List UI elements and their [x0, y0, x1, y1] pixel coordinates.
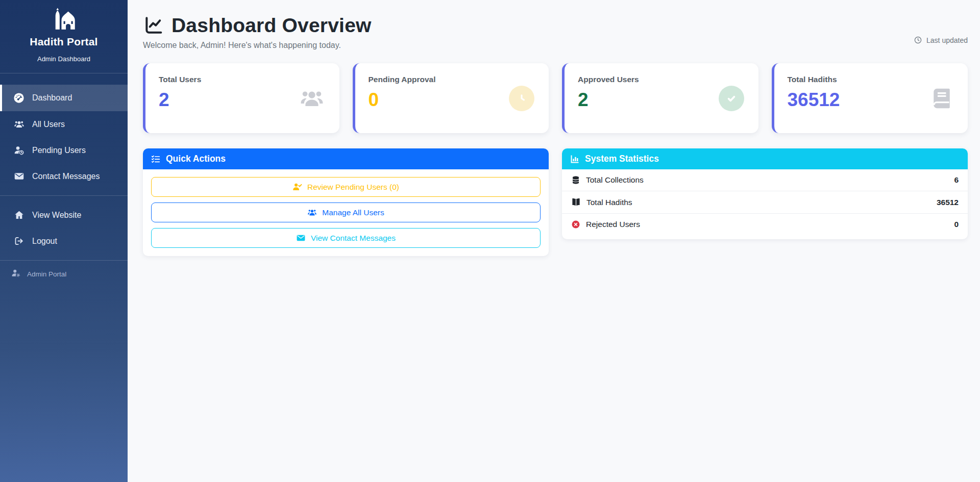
- system-statistics-list: Total Collections 6 Total Hadiths 36512: [562, 169, 968, 235]
- check-circle-icon: [719, 86, 744, 111]
- sidebar-item-label: Contact Messages: [32, 172, 100, 181]
- database-icon: [571, 175, 580, 185]
- users-icon: [299, 86, 325, 111]
- list-check-icon: [151, 154, 161, 164]
- clock-icon: [509, 86, 534, 111]
- quick-actions-panel: Quick Actions Review Pending Users (0) M…: [143, 148, 549, 256]
- stat-label: Pending Approval: [369, 75, 536, 84]
- sidebar: Hadith Portal Admin Dashboard Dashboard …: [0, 0, 128, 482]
- app-window: Hadith Portal Admin Dashboard Dashboard …: [0, 0, 980, 482]
- brand-subtitle: Admin Dashboard: [5, 55, 122, 63]
- quick-actions-header: Quick Actions: [143, 148, 549, 169]
- sidebar-item-pending-users[interactable]: Pending Users: [0, 137, 128, 163]
- sidebar-footer-label: Admin Portal: [27, 270, 66, 278]
- stat-row-label: Rejected Users: [586, 220, 640, 229]
- system-statistics-title: System Statistics: [585, 154, 659, 164]
- page-title: Dashboard Overview: [172, 14, 372, 37]
- sidebar-nav: Dashboard All Users Pending Users Contac…: [0, 85, 128, 254]
- brand: Hadith Portal Admin Dashboard: [0, 0, 128, 73]
- quick-actions-title: Quick Actions: [166, 154, 226, 164]
- main-content: Dashboard Overview Welcome back, Admin! …: [128, 0, 980, 482]
- sidebar-divider: [0, 195, 128, 196]
- stat-label: Approved Users: [578, 75, 745, 84]
- stat-row-total-collections: Total Collections 6: [562, 169, 968, 191]
- book-icon: [930, 87, 953, 110]
- sidebar-item-label: All Users: [32, 120, 65, 129]
- clock-icon: [914, 36, 922, 44]
- stat-row-total-hadiths: Total Hadiths 36512: [562, 191, 968, 214]
- stat-label: Total Hadiths: [788, 75, 955, 84]
- sidebar-item-all-users[interactable]: All Users: [0, 111, 128, 137]
- sidebar-item-label: Pending Users: [32, 146, 86, 155]
- chart-bar-icon: [570, 154, 580, 164]
- stat-row-label: Total Collections: [586, 175, 644, 185]
- logout-icon: [13, 236, 24, 246]
- user-gear-icon: [11, 268, 21, 280]
- sidebar-footer-admin-portal: Admin Portal: [0, 260, 128, 287]
- sidebar-item-label: View Website: [32, 211, 81, 220]
- system-statistics-panel: System Statistics Total Collections 6: [562, 148, 968, 239]
- stat-row-rejected-users: Rejected Users 0: [562, 214, 968, 235]
- sidebar-item-label: Dashboard: [32, 93, 72, 103]
- stat-cards-row: Total Users 2 Pending Approval 0 Approve…: [143, 63, 968, 133]
- view-contact-messages-button[interactable]: View Contact Messages: [151, 228, 541, 248]
- stat-card-total-hadiths: Total Hadiths 36512: [772, 63, 968, 133]
- user-clock-icon: [13, 145, 24, 156]
- button-label: View Contact Messages: [311, 234, 396, 243]
- stat-row-label: Total Hadiths: [586, 198, 632, 207]
- stat-row-value: 6: [954, 175, 959, 185]
- quick-actions-body: Review Pending Users (0) Manage All User…: [143, 169, 549, 256]
- mosque-icon: [49, 7, 79, 30]
- last-updated: Last updated: [914, 36, 968, 44]
- circle-x-icon: [571, 220, 580, 229]
- stat-label: Total Users: [159, 75, 326, 84]
- users-icon: [13, 119, 24, 130]
- envelope-icon: [13, 171, 24, 182]
- stat-card-approved-users: Approved Users 2: [562, 63, 758, 133]
- sidebar-item-view-website[interactable]: View Website: [0, 202, 128, 228]
- chart-line-icon: [143, 15, 164, 36]
- review-pending-users-button[interactable]: Review Pending Users (0): [151, 177, 541, 197]
- page-header: Dashboard Overview Welcome back, Admin! …: [143, 14, 968, 50]
- sidebar-item-contact-messages[interactable]: Contact Messages: [0, 163, 128, 189]
- user-check-icon: [292, 182, 302, 192]
- button-label: Manage All Users: [322, 208, 384, 217]
- stat-card-pending-approval: Pending Approval 0: [353, 63, 549, 133]
- button-label: Review Pending Users (0): [307, 183, 399, 192]
- panels-row: Quick Actions Review Pending Users (0) M…: [143, 148, 968, 256]
- envelope-icon: [296, 233, 306, 243]
- gauge-icon: [13, 92, 24, 104]
- sidebar-item-dashboard[interactable]: Dashboard: [0, 85, 128, 111]
- page-subtitle: Welcome back, Admin! Here's what's happe…: [143, 41, 372, 50]
- book-open-icon: [571, 197, 581, 207]
- manage-all-users-button[interactable]: Manage All Users: [151, 202, 541, 222]
- stat-card-total-users: Total Users 2: [143, 63, 339, 133]
- system-statistics-header: System Statistics: [562, 148, 968, 169]
- brand-title: Hadith Portal: [5, 36, 122, 48]
- stat-row-value: 0: [954, 220, 959, 229]
- users-icon: [307, 208, 317, 217]
- sidebar-item-label: Logout: [32, 237, 57, 246]
- last-updated-label: Last updated: [926, 36, 968, 44]
- sidebar-item-logout[interactable]: Logout: [0, 228, 128, 254]
- stat-row-value: 36512: [937, 198, 959, 207]
- home-icon: [13, 210, 24, 220]
- stat-value: 36512: [788, 90, 955, 109]
